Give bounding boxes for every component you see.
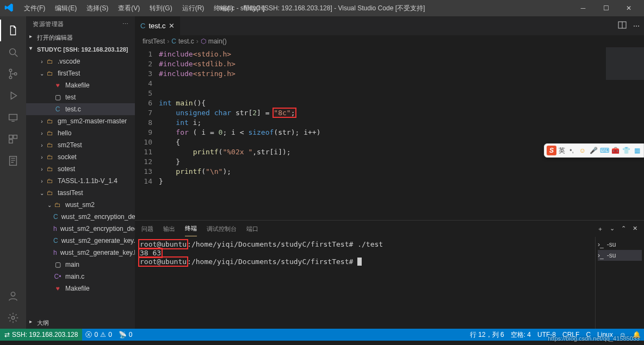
- maximize-panel-icon[interactable]: ⌃: [621, 225, 626, 233]
- tree-item[interactable]: hwust_sm2_generate_key.h: [26, 247, 135, 259]
- tree-item[interactable]: ⌄🗀firstTest: [26, 67, 135, 79]
- activity-debug[interactable]: [0, 85, 26, 106]
- activity-scm[interactable]: [0, 63, 26, 85]
- close-button[interactable]: ✕: [618, 0, 640, 16]
- tree-item[interactable]: hwust_sm2_encryption_decryption.h: [26, 223, 135, 235]
- tree-item[interactable]: C•main.c: [26, 271, 135, 283]
- tree-label: firstTest: [58, 70, 80, 77]
- ime-grid-icon[interactable]: ▦: [633, 146, 641, 155]
- status-spaces[interactable]: 空格: 4: [511, 330, 531, 340]
- open-editors-section[interactable]: 打开的编辑器: [26, 32, 135, 43]
- terminal-dropdown-icon[interactable]: ⌄: [610, 225, 615, 233]
- ime-toolbar[interactable]: S 英 •, ☺ 🎤 ⌨ 🧰 👕 ▦: [544, 143, 644, 158]
- menu-goto[interactable]: 转到(G): [145, 2, 176, 15]
- tree-item[interactable]: ⌄🗀tasslTest: [26, 187, 135, 199]
- ime-punct-icon[interactable]: •,: [567, 146, 576, 155]
- ime-lang-label[interactable]: 英: [559, 146, 565, 155]
- breadcrumb-folder[interactable]: firstTest: [143, 37, 165, 45]
- activity-extensions[interactable]: [0, 128, 26, 150]
- terminal-item[interactable]: ›_-su: [598, 239, 642, 250]
- tree-item[interactable]: ›🗀sm2Test: [26, 139, 135, 151]
- ime-toolbox-icon[interactable]: 🧰: [611, 146, 620, 155]
- folder-root[interactable]: STUDYC [SSH: 192.168.203.128]: [26, 43, 135, 55]
- terminal-item[interactable]: ›_-su: [598, 250, 642, 261]
- minimap[interactable]: [606, 47, 644, 80]
- tree-item[interactable]: ▢main: [26, 259, 135, 271]
- bottom-panel: 问题 输出 终端 调试控制台 端口 ＋ ⌄ ⌃ ✕ root@ubuntu:/h…: [135, 220, 644, 329]
- tree-item[interactable]: ›🗀TASSL-1.1.1b-V_1.4: [26, 175, 135, 187]
- tree-item[interactable]: ♥Makefile: [26, 283, 135, 294]
- tab-close-icon[interactable]: ✕: [169, 22, 175, 30]
- menu-run[interactable]: 运行(R): [178, 2, 209, 15]
- tab-test-c[interactable]: C test.c ✕: [135, 16, 181, 35]
- code-content[interactable]: #include<stdio.h> #include<stdlib.h> #in…: [159, 47, 320, 220]
- status-problems[interactable]: ⓧ0 ⚠0: [85, 330, 112, 340]
- sidebar: 资源管理器 ⋯ 打开的编辑器 STUDYC [SSH: 192.168.203.…: [26, 16, 135, 329]
- menu-view[interactable]: 查看(V): [114, 2, 144, 15]
- tree-label: wust_sm2_generate_key.h: [60, 249, 135, 256]
- svg-rect-7: [9, 140, 13, 143]
- svg-point-10: [11, 316, 15, 319]
- activity-remote[interactable]: [0, 106, 26, 128]
- tree-item[interactable]: ›🗀sotest: [26, 163, 135, 175]
- panel-tab-output[interactable]: 输出: [163, 222, 175, 236]
- breadcrumb[interactable]: firstTest › C test.c › ⬡ main(): [135, 35, 644, 47]
- tree-item[interactable]: ⌄🗀wust_sm2: [26, 199, 135, 211]
- outline-section[interactable]: 大纲: [26, 317, 135, 329]
- panel-tab-ports[interactable]: 端口: [246, 222, 258, 236]
- status-ports[interactable]: 📡0: [119, 331, 133, 338]
- tree-label: main: [65, 261, 79, 268]
- activity-search[interactable]: [0, 41, 26, 63]
- tree-item[interactable]: Ctest.c: [26, 103, 135, 115]
- sidebar-more-icon[interactable]: ⋯: [122, 21, 129, 28]
- split-editor-icon[interactable]: [618, 21, 627, 31]
- menu-terminal[interactable]: 终端(I): [209, 2, 237, 15]
- minimize-button[interactable]: ─: [572, 0, 594, 16]
- editor-tabs: C test.c ✕ ⋯: [135, 16, 644, 35]
- tree-item[interactable]: Cwust_sm2_generate_key.c: [26, 235, 135, 247]
- tree-item[interactable]: ›🗀gm_sm2-master-master: [26, 115, 135, 127]
- menu-help[interactable]: 帮助(H): [239, 2, 270, 15]
- editor-more-icon[interactable]: ⋯: [633, 22, 640, 30]
- activity-explorer[interactable]: [0, 20, 26, 41]
- terminal[interactable]: root@ubuntu:/home/yiqi/Documents/studyC/…: [135, 237, 595, 329]
- menu-edit[interactable]: 编辑(E): [51, 2, 81, 15]
- tree-item[interactable]: ›🗀.vscode: [26, 55, 135, 67]
- breadcrumb-file[interactable]: test.c: [178, 37, 194, 45]
- panel-tab-debug[interactable]: 调试控制台: [207, 222, 237, 236]
- ime-keyboard-icon[interactable]: ⌨: [600, 146, 609, 155]
- title-bar: 文件(F) 编辑(E) 选择(S) 查看(V) 转到(G) 运行(R) 终端(I…: [0, 0, 644, 16]
- activity-bar: [0, 16, 26, 329]
- menu-select[interactable]: 选择(S): [82, 2, 113, 15]
- tree-item[interactable]: ›🗀hello: [26, 127, 135, 139]
- ime-emoji-icon[interactable]: ☺: [578, 146, 587, 155]
- close-panel-icon[interactable]: ✕: [633, 225, 637, 233]
- svg-point-0: [10, 49, 16, 55]
- tree-item[interactable]: Cwust_sm2_encryption_decryption.c: [26, 211, 135, 223]
- tree-label: sm2Test: [58, 141, 82, 149]
- tree-label: wust_sm2_encryption_decryption.c: [61, 213, 135, 221]
- ime-skin-icon[interactable]: 👕: [622, 146, 630, 155]
- maximize-button[interactable]: ☐: [595, 0, 617, 16]
- panel-tab-problems[interactable]: 问题: [141, 222, 153, 236]
- tree-item[interactable]: ♥Makefile: [26, 79, 135, 91]
- new-terminal-icon[interactable]: ＋: [597, 225, 603, 233]
- remote-indicator[interactable]: ⇄ SSH: 192.168.203.128: [0, 329, 82, 341]
- activity-account[interactable]: [0, 285, 26, 307]
- tree-item[interactable]: ▢test: [26, 91, 135, 103]
- code-editor[interactable]: 1234567891011121314 #include<stdio.h> #i…: [135, 47, 644, 220]
- menu-file[interactable]: 文件(F): [20, 2, 49, 15]
- svg-rect-6: [14, 135, 17, 139]
- status-lncol[interactable]: 行 12，列 6: [470, 330, 504, 340]
- file-tree[interactable]: ›🗀.vscode⌄🗀firstTest♥Makefile▢testCtest.…: [26, 55, 135, 317]
- tree-item[interactable]: ›🗀socket: [26, 151, 135, 163]
- activity-test[interactable]: [0, 150, 26, 172]
- tree-label: hello: [58, 129, 71, 137]
- symbol-icon: ⬡: [201, 37, 206, 45]
- panel-tab-terminal[interactable]: 终端: [185, 221, 197, 236]
- activity-settings[interactable]: [0, 307, 26, 329]
- svg-point-1: [9, 69, 12, 72]
- terminal-list: ›_-su ›_-su: [595, 237, 644, 329]
- ime-mic-icon[interactable]: 🎤: [589, 146, 598, 155]
- breadcrumb-symbol[interactable]: main(): [208, 37, 227, 45]
